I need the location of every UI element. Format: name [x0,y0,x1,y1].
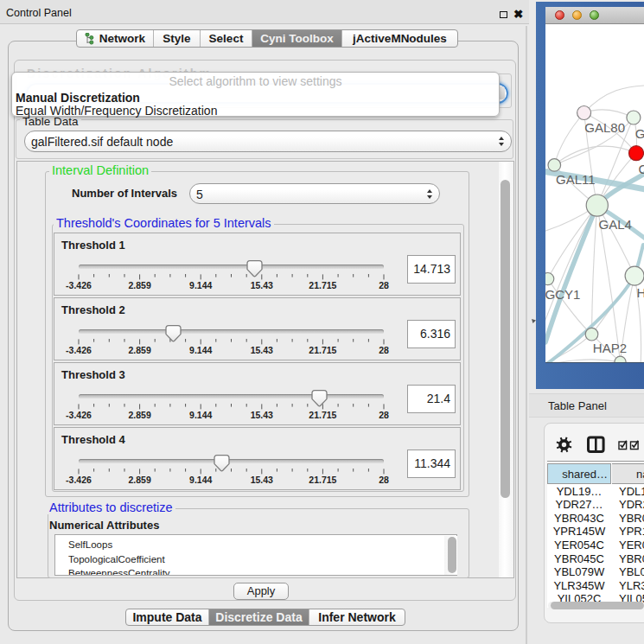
svg-text:C: C [639,162,644,176]
svg-text:GAL80: GAL80 [584,120,625,135]
svg-text:GAL11: GAL11 [556,172,596,187]
svg-text:GAL4: GAL4 [599,217,632,232]
svg-text:HAP2: HAP2 [593,341,627,355]
svg-text:GAL7: GAL7 [635,126,644,141]
svg-text:GCY1: GCY1 [545,287,580,302]
svg-text:H: H [636,285,644,300]
